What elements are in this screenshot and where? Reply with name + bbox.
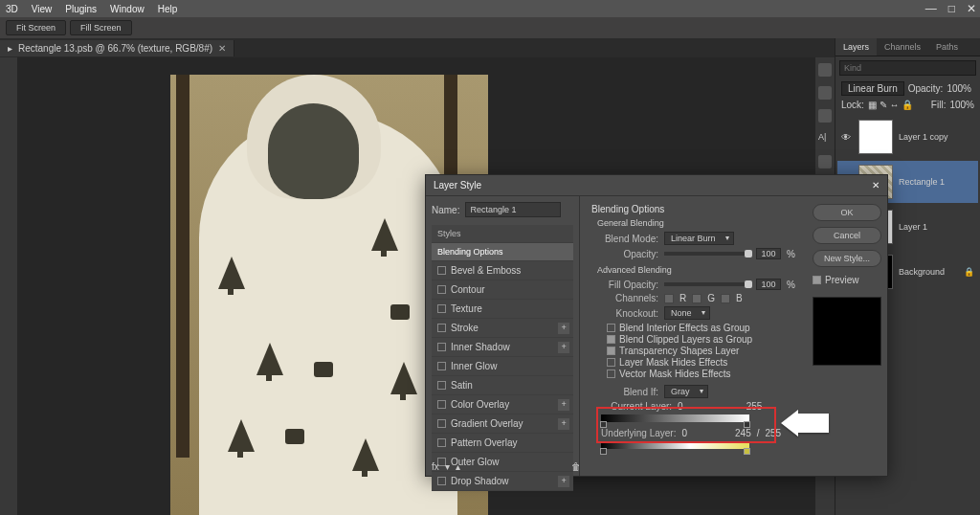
- panel-icon[interactable]: [818, 63, 832, 77]
- tab-paths[interactable]: Paths: [928, 38, 966, 56]
- style-item-contour[interactable]: Contour: [432, 280, 573, 300]
- knockout-dropdown[interactable]: None: [664, 306, 710, 320]
- style-item-blending[interactable]: Blending Options: [432, 243, 573, 261]
- style-list: Styles Blending Options Bevel & Emboss C…: [432, 225, 573, 491]
- ok-button[interactable]: OK: [813, 204, 881, 221]
- panel-icon[interactable]: A|: [818, 132, 832, 146]
- opacity-label: Opacity:: [908, 83, 944, 94]
- style-item-satin[interactable]: Satin: [432, 376, 573, 395]
- style-item-inner-glow[interactable]: Inner Glow: [432, 357, 573, 376]
- name-input[interactable]: [465, 202, 561, 217]
- layer-thumbnail[interactable]: [858, 120, 893, 154]
- channels-label: Channels:: [601, 293, 658, 303]
- tab-channels[interactable]: Channels: [877, 38, 928, 56]
- close-icon[interactable]: ✕: [967, 2, 976, 15]
- blend-if-dropdown[interactable]: Gray: [664, 385, 708, 398]
- panel-icon[interactable]: [818, 109, 832, 123]
- new-style-button[interactable]: New Style...: [813, 250, 881, 267]
- marker-icon: ▸: [8, 43, 12, 54]
- document-tab[interactable]: ▸ Rectangle 13.psb @ 66.7% (texture, RGB…: [0, 40, 234, 56]
- down-icon[interactable]: ▾: [445, 461, 450, 472]
- fill-opacity-slider[interactable]: [664, 282, 750, 286]
- cancel-button[interactable]: Cancel: [813, 227, 881, 244]
- opacity-value[interactable]: 100: [756, 248, 781, 259]
- close-tab-icon[interactable]: ✕: [218, 43, 226, 54]
- style-item-bevel[interactable]: Bevel & Emboss: [432, 261, 573, 280]
- percent-label: %: [787, 280, 795, 290]
- lock-icons[interactable]: ▦ ✎ ↔ 🔒: [868, 100, 913, 110]
- add-icon[interactable]: +: [558, 418, 569, 430]
- knockout-label: Knockout:: [601, 308, 658, 319]
- style-item-color-overlay[interactable]: Color Overlay+: [432, 395, 573, 414]
- channel-g-checkbox[interactable]: [692, 294, 702, 303]
- blend-if-label: Blend If:: [601, 387, 658, 397]
- visibility-icon[interactable]: 👁: [841, 132, 853, 143]
- layer-name: Background: [899, 267, 945, 277]
- blend-mode-label: Blend Mode:: [601, 234, 658, 244]
- fill-screen-button[interactable]: Fill Screen: [70, 20, 132, 35]
- dialog-title: Layer Style: [434, 180, 481, 190]
- style-item-pattern-overlay[interactable]: Pattern Overlay: [432, 434, 573, 453]
- name-label: Name:: [432, 205, 459, 215]
- layer-name: Layer 1 copy: [899, 132, 948, 142]
- blend-mode-dropdown[interactable]: Linear Burn: [664, 232, 734, 245]
- options-bar: Fit Screen Fill Screen: [0, 17, 980, 38]
- maximize-icon[interactable]: □: [948, 2, 955, 15]
- opacity-value[interactable]: 100%: [947, 83, 971, 94]
- fit-screen-button[interactable]: Fit Screen: [6, 20, 66, 35]
- tool-strip[interactable]: [0, 57, 17, 515]
- close-dialog-icon[interactable]: ✕: [872, 180, 880, 190]
- highlight-annotation: [596, 407, 776, 443]
- fill-value[interactable]: 100%: [949, 100, 974, 110]
- arrow-annotation: [781, 410, 829, 437]
- clipped-checkbox[interactable]: [607, 335, 615, 344]
- interior-checkbox[interactable]: [607, 324, 615, 332]
- menu-view[interactable]: View: [32, 4, 53, 14]
- channel-b-checkbox[interactable]: [721, 294, 730, 303]
- fill-label: Fill:: [931, 100, 947, 110]
- fill-opacity-value[interactable]: 100: [756, 279, 781, 290]
- dialog-footer-icons: fx ▾ ▴ 🗑: [432, 461, 581, 472]
- style-item-texture[interactable]: Texture: [432, 300, 573, 319]
- preview-label: Preview: [825, 275, 859, 285]
- transparency-checkbox[interactable]: [607, 347, 615, 355]
- add-icon[interactable]: +: [558, 342, 569, 353]
- opacity-slider[interactable]: [664, 252, 750, 256]
- menu-window[interactable]: Window: [110, 4, 145, 14]
- add-icon[interactable]: +: [558, 323, 569, 334]
- tab-layers[interactable]: Layers: [835, 38, 877, 56]
- preview-checkbox[interactable]: [813, 276, 821, 284]
- style-item-gradient-overlay[interactable]: Gradient Overlay+: [432, 414, 573, 434]
- dialog-sidebar: Name: Styles Blending Options Bevel & Em…: [426, 196, 580, 476]
- panel-icon[interactable]: [818, 155, 832, 168]
- lock-icon[interactable]: 🔒: [964, 267, 974, 277]
- channel-r-checkbox[interactable]: [664, 294, 674, 303]
- subsection-general: General Blending: [597, 218, 795, 228]
- layer-name: Rectangle 1: [899, 177, 945, 187]
- subsection-advanced: Advanced Blending: [597, 265, 795, 275]
- blend-mode-dropdown[interactable]: Linear Burn: [841, 81, 904, 96]
- menu-plugins[interactable]: Plugins: [65, 4, 97, 14]
- lock-label: Lock:: [841, 100, 864, 110]
- fill-opacity-label: Fill Opacity:: [601, 280, 658, 290]
- dialog-title-bar[interactable]: Layer Style ✕: [426, 175, 887, 196]
- add-icon[interactable]: +: [558, 476, 569, 487]
- layer-mask-checkbox[interactable]: [607, 358, 615, 367]
- percent-label: %: [787, 249, 795, 259]
- panel-icon[interactable]: [818, 86, 832, 100]
- minimize-icon[interactable]: —: [925, 2, 937, 15]
- style-item-drop-shadow[interactable]: Drop Shadow+: [432, 472, 573, 491]
- vector-mask-checkbox[interactable]: [607, 369, 615, 378]
- up-icon[interactable]: ▴: [456, 461, 460, 472]
- section-blending-options: Blending Options: [591, 204, 795, 214]
- fx-icon[interactable]: fx: [432, 461, 439, 472]
- style-item-stroke[interactable]: Stroke+: [432, 319, 573, 338]
- style-item-inner-shadow[interactable]: Inner Shadow+: [432, 338, 573, 357]
- menu-help[interactable]: Help: [158, 4, 178, 14]
- svg-marker-0: [781, 410, 829, 437]
- panel-tabs: Layers Channels Paths: [835, 38, 980, 56]
- layer-row[interactable]: 👁 Layer 1 copy: [837, 116, 978, 158]
- add-icon[interactable]: +: [558, 399, 569, 411]
- layer-filter-input[interactable]: [839, 60, 976, 76]
- menu-3d[interactable]: 3D: [6, 4, 18, 14]
